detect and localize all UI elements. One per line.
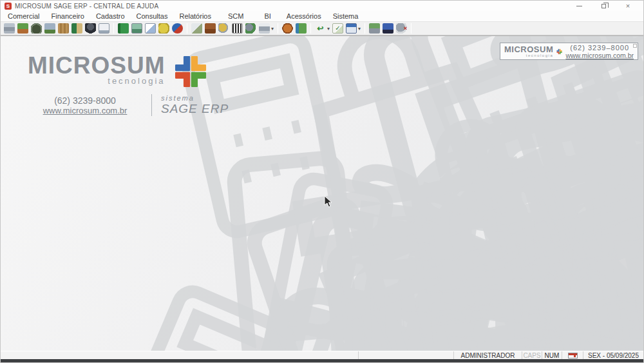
microsum-plus-logo-small xyxy=(556,44,562,59)
restore-button[interactable] xyxy=(598,2,609,10)
toolbar-separator xyxy=(187,23,187,34)
badge-website-link[interactable]: www.microsum.com.br xyxy=(565,52,634,59)
copy-documents-icon[interactable] xyxy=(145,23,156,34)
joystick-icon[interactable] xyxy=(85,23,96,34)
status-date: SEX - 05/09/2025 xyxy=(583,351,643,359)
calendar-icon xyxy=(568,353,578,358)
menu-bar: Comercial Financeiro Cadastro Consultas … xyxy=(1,11,643,22)
crate-icon[interactable] xyxy=(58,23,69,34)
coin-search-icon[interactable] xyxy=(218,23,229,34)
seal-badge-icon[interactable] xyxy=(282,23,293,34)
globe-icon[interactable] xyxy=(172,23,183,34)
gear-exit-icon[interactable]: × xyxy=(396,23,407,34)
status-user: ADMINISTRADOR xyxy=(454,351,522,359)
donation-hand-icon[interactable] xyxy=(17,23,28,34)
toolbar-separator xyxy=(411,23,412,34)
green-book-icon[interactable] xyxy=(118,23,129,34)
undo-arrow-icon[interactable]: ↩ xyxy=(315,23,326,34)
brand-center: MICROSUM tecnologia (62) 3239-8000 www.m… xyxy=(28,54,229,116)
status-bar: ADMINISTRADOR CAPS NUM SEX - 05/09/2025 xyxy=(1,351,643,359)
menu-cadastro[interactable]: Cadastro xyxy=(90,11,131,21)
client-area: MICROSUM tecnologia (62) 3239-8000 www.m… xyxy=(1,35,643,351)
status-calendar-button[interactable] xyxy=(562,351,583,359)
close-button[interactable]: × xyxy=(623,2,633,10)
task-check-icon[interactable]: ✓ xyxy=(332,23,343,34)
person-chart-icon[interactable] xyxy=(369,23,380,34)
brand-phone: (62) 3239-8000 xyxy=(28,95,142,106)
clipboard-clock-icon[interactable] xyxy=(99,23,109,34)
menu-bi[interactable]: BI xyxy=(254,11,280,21)
app-window: S MICROSUM SAGE ERP - CENTRAL DE AJUDA ×… xyxy=(0,0,644,363)
brand-website-link[interactable]: www.microsum.com.br xyxy=(28,106,142,115)
monitor-icon[interactable] xyxy=(383,23,393,34)
menu-financeiro[interactable]: Financeiro xyxy=(46,11,90,21)
printer-icon[interactable] xyxy=(259,23,270,34)
notebook-icon[interactable] xyxy=(296,23,307,34)
microsum-plus-logo xyxy=(173,54,208,89)
wallet-icon[interactable] xyxy=(205,23,216,34)
photo-icon[interactable] xyxy=(131,23,142,34)
calculator-dropdown[interactable]: ▾ xyxy=(358,26,361,32)
menu-consultas[interactable]: Consultas xyxy=(131,11,174,21)
undo-dropdown[interactable]: ▾ xyxy=(327,26,330,32)
badge-corner-button[interactable] xyxy=(633,44,637,48)
menu-sistema[interactable]: Sistema xyxy=(327,11,365,21)
gears-icon[interactable] xyxy=(245,23,256,34)
window-title: MICROSUM SAGE ERP - CENTRAL DE AJUDA xyxy=(15,3,158,10)
printer-dropdown[interactable]: ▾ xyxy=(271,26,274,32)
bottom-strip xyxy=(1,359,643,362)
menu-relatorios[interactable]: Relatórios xyxy=(173,11,217,21)
calculator-icon[interactable] xyxy=(346,23,357,34)
menu-comercial[interactable]: Comercial xyxy=(2,11,46,21)
mouse-cursor xyxy=(324,195,333,208)
ledger-cabinet-icon[interactable] xyxy=(71,23,82,34)
status-panel-empty-2 xyxy=(359,351,454,359)
cash-register-icon[interactable] xyxy=(4,23,15,34)
brand-badge: MICROSUM tecnologia (62) 3239–8000 www.m… xyxy=(500,43,638,60)
system-label: sistema xyxy=(161,94,229,102)
divider xyxy=(151,94,152,116)
status-panel-empty-1 xyxy=(1,351,359,359)
duck-icon[interactable] xyxy=(158,23,169,34)
toolbar: ▾ ↩ ▾ ✓ ▾ × xyxy=(1,22,643,35)
money-bag-icon[interactable] xyxy=(31,23,42,34)
toolbar-separator xyxy=(278,23,278,34)
brand-name: MICROSUM xyxy=(28,54,166,77)
title-bar: S MICROSUM SAGE ERP - CENTRAL DE AJUDA × xyxy=(1,1,643,11)
system-name: SAGE ERP xyxy=(161,102,229,116)
toolbar-separator xyxy=(365,23,365,34)
status-num-indicator: NUM xyxy=(542,351,562,359)
status-caps-indicator: CAPS xyxy=(522,351,542,359)
dove-icon[interactable] xyxy=(191,23,202,34)
toolbar-separator xyxy=(113,23,114,34)
barcode-icon[interactable] xyxy=(232,23,243,34)
toolbar-separator xyxy=(310,23,311,34)
badge-phone: (62) 3239–8000 xyxy=(565,44,634,52)
menu-scm[interactable]: SCM xyxy=(217,11,254,21)
app-icon: S xyxy=(5,3,12,10)
menu-acessorios[interactable]: Acessórios xyxy=(281,11,327,21)
minimize-button[interactable] xyxy=(574,2,584,10)
badge-brand-name: MICROSUM xyxy=(504,46,553,54)
pos-terminal-icon[interactable] xyxy=(44,23,55,34)
